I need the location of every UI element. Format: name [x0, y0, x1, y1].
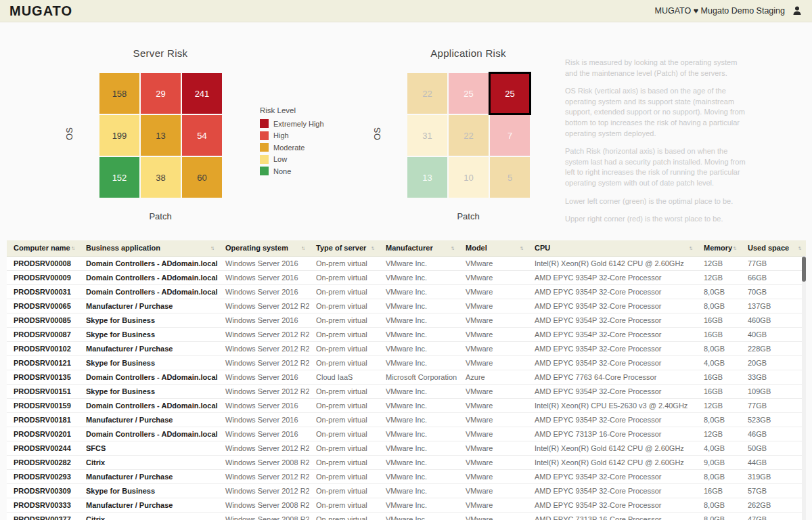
heatmap-cell[interactable]: 25 [490, 73, 530, 114]
table-cell: 262GB [741, 498, 806, 512]
table-cell: PRODSRV00065 [7, 299, 79, 313]
heatmap-cell[interactable]: 13 [141, 115, 181, 156]
table-cell: VMware Inc. [379, 469, 459, 483]
user-icon[interactable] [792, 5, 803, 16]
table-cell: 228GB [741, 341, 806, 355]
legend-swatch [260, 155, 269, 164]
heatmap-cell[interactable]: 199 [99, 115, 139, 156]
heatmap-cell[interactable]: 13 [407, 157, 447, 198]
table-row[interactable]: PRODSRV00065Manufacturer / PurchaseWindo… [7, 299, 806, 313]
table-row[interactable]: PRODSRV00087Skype for BusinessWindows Se… [7, 327, 806, 341]
sort-icon[interactable]: ↑↓ [210, 245, 213, 251]
table-row[interactable]: PRODSRV00282CitrixWindows Server 2008 R2… [7, 455, 806, 469]
sort-icon[interactable]: ↑↓ [733, 245, 736, 251]
heatmap-cell[interactable]: 158 [99, 73, 139, 114]
table-cell: PRODSRV00201 [7, 427, 79, 441]
table-cell: On-prem virtual [309, 427, 379, 441]
table-cell: Windows Server 2016 [219, 398, 309, 412]
table-cell: VMware Inc. [379, 256, 459, 270]
table-cell: Windows Server 2016 [219, 284, 309, 299]
table-row[interactable]: PRODSRV00135Domain Controllers - ADdomai… [7, 370, 806, 384]
table-cell: On-prem virtual [309, 469, 379, 483]
table-cell: Windows Server 2008 R2 [219, 455, 309, 469]
sort-icon[interactable]: ↑↓ [689, 245, 692, 251]
table-header-row: Computer name↑↓Business application↑↓Ope… [7, 240, 806, 256]
table-row[interactable]: PRODSRV00151Skype for BusinessWindows Se… [7, 384, 806, 398]
table-scrollbar-thumb[interactable] [802, 257, 806, 282]
table-cell: Skype for Business [79, 384, 219, 398]
heatmap-cell[interactable]: 22 [449, 115, 489, 156]
table-cell: Skype for Business [79, 483, 219, 498]
table-row[interactable]: PRODSRV00181Manufacturer / PurchaseWindo… [7, 412, 806, 427]
table-cell: 46GB [741, 427, 806, 441]
table-row[interactable]: PRODSRV00031Domain Controllers - ADdomai… [7, 284, 806, 299]
table-cell: Windows Server 2016 [219, 270, 309, 284]
sort-icon[interactable]: ↑↓ [371, 245, 374, 251]
table-cell: PRODSRV00181 [7, 412, 79, 427]
sort-icon[interactable]: ↑↓ [451, 245, 453, 251]
sort-icon[interactable]: ↑↓ [798, 245, 800, 251]
legend-item: None [260, 167, 324, 175]
risk-description-paragraph: Upper right corner (red) is the worst pl… [565, 214, 748, 225]
heatmap-cell[interactable]: 241 [182, 73, 222, 114]
sort-icon[interactable]: ↑↓ [520, 245, 522, 251]
heatmap-cell[interactable]: 29 [141, 73, 181, 114]
table-cell: 16GB [697, 370, 741, 384]
heatmap-cell[interactable]: 38 [141, 157, 181, 198]
table-cell: AMD EPYC 9354P 32-Core Processor [528, 412, 697, 427]
column-header-type-of-server[interactable]: Type of server↑↓ [309, 240, 379, 256]
column-header-business-application[interactable]: Business application↑↓ [79, 240, 219, 256]
heatmap-cell[interactable]: 25 [449, 73, 489, 114]
table-row[interactable]: PRODSRV00333Manufacturer / PurchaseWindo… [7, 498, 806, 512]
table-cell: VMware Inc. [379, 455, 459, 469]
legend-label: None [273, 167, 291, 175]
table-cell: VMware Inc. [379, 270, 459, 284]
table-cell: Windows Server 2008 R2 [219, 512, 309, 520]
heatmap-cell[interactable]: 22 [407, 73, 447, 114]
table-row[interactable]: PRODSRV00377CitrixWindows Server 2008 R2… [7, 512, 806, 520]
heatmap-cell[interactable]: 5 [490, 157, 530, 198]
heatmap-cell[interactable]: 60 [182, 157, 222, 198]
table-cell: Domain Controllers - ADdomain.local [79, 270, 219, 284]
logo[interactable]: MUGATO [9, 3, 72, 19]
table-row[interactable]: PRODSRV00244SFCSWindows Server 2012 R2On… [7, 441, 806, 455]
table-row[interactable]: PRODSRV00121Skype for BusinessWindows Se… [7, 355, 806, 370]
account-label[interactable]: MUGATO ♥ Mugato Demo Staging [655, 6, 785, 16]
table-cell: VMware [459, 313, 528, 327]
table-cell: AMD EPYC 9354P 32-Core Processor [528, 483, 697, 498]
column-header-manufacturer[interactable]: Manufacturer↑↓ [379, 240, 459, 256]
column-header-computer-name[interactable]: Computer name↑↓ [7, 240, 79, 256]
table-cell: AMD EPYC 9354P 32-Core Processor [528, 299, 697, 313]
column-header-model[interactable]: Model↑↓ [459, 240, 528, 256]
heatmap-cell[interactable]: 31 [407, 115, 447, 156]
column-header-label: Business application [86, 244, 160, 252]
table-cell: 44GB [741, 455, 806, 469]
heatmap-cell[interactable]: 54 [182, 115, 222, 156]
table-cell: VMware [459, 469, 528, 483]
table-cell: VMware [459, 498, 528, 512]
table-row[interactable]: PRODSRV00201Domain Controllers - ADdomai… [7, 427, 806, 441]
column-header-operating-system[interactable]: Operating system↑↓ [219, 240, 309, 256]
table-cell: Manufacturer / Purchase [79, 469, 219, 483]
table-row[interactable]: PRODSRV00309Skype for BusinessWindows Se… [7, 483, 806, 498]
heatmap-cell[interactable]: 7 [490, 115, 530, 156]
column-header-used-space[interactable]: Used space↑↓ [741, 240, 806, 256]
table-cell: VMware Inc. [379, 299, 459, 313]
column-header-memory[interactable]: Memory↑↓ [697, 240, 741, 256]
table-scrollbar-track[interactable] [802, 256, 806, 520]
table-cell: 109GB [741, 384, 806, 398]
table-row[interactable]: PRODSRV00008Domain Controllers - ADdomai… [7, 256, 806, 270]
heatmap-cell[interactable]: 152 [99, 157, 139, 198]
table-cell: PRODSRV00102 [7, 341, 79, 355]
table-row[interactable]: PRODSRV00085Skype for BusinessWindows Se… [7, 313, 806, 327]
sort-icon[interactable]: ↑↓ [71, 245, 74, 251]
table-cell: VMware [459, 327, 528, 341]
heatmap-cell[interactable]: 10 [449, 157, 489, 198]
table-cell: VMware Inc. [379, 441, 459, 455]
sort-icon[interactable]: ↑↓ [301, 245, 304, 251]
table-row[interactable]: PRODSRV00159Domain Controllers - ADdomai… [7, 398, 806, 412]
table-row[interactable]: PRODSRV00009Domain Controllers - ADdomai… [7, 270, 806, 284]
table-row[interactable]: PRODSRV00293Manufacturer / PurchaseWindo… [7, 469, 806, 483]
table-row[interactable]: PRODSRV00102Manufacturer / PurchaseWindo… [7, 341, 806, 355]
column-header-cpu[interactable]: CPU↑↓ [528, 240, 697, 256]
